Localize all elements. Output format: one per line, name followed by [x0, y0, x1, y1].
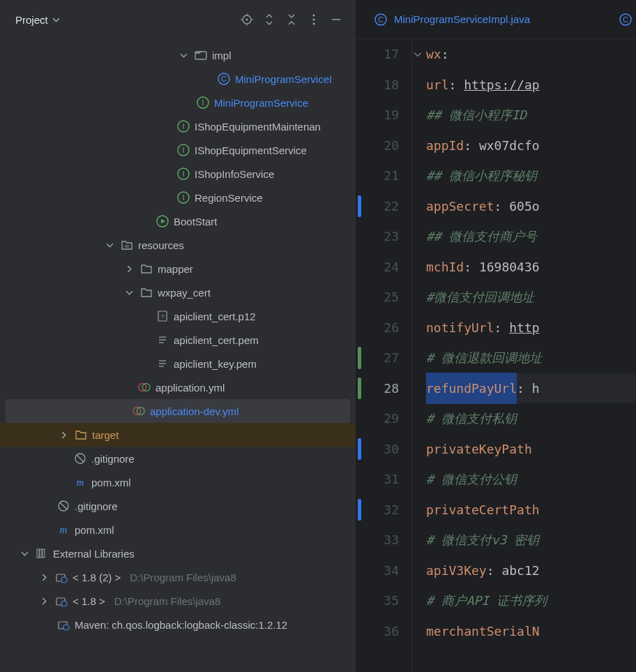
project-dropdown[interactable]: Project [15, 14, 60, 26]
svg-text:I: I [182, 146, 184, 154]
expand-icon[interactable] [262, 13, 276, 27]
tree-item[interactable]: apiclient_cert.pem [0, 328, 356, 352]
code-line[interactable]: appSecret: 605o [426, 191, 636, 222]
tree-item-label: < 1.8 (2) > [73, 572, 121, 583]
chevron-icon[interactable] [177, 52, 190, 59]
fold-icon[interactable] [414, 50, 422, 59]
tree-item[interactable]: IIShopEquipmentMaintenan [0, 114, 356, 138]
tree-item[interactable]: .gitignore [0, 494, 356, 518]
editor-tabbar: C MiniProgramServiceImpl.java C [356, 0, 636, 39]
line-number: 17 [363, 39, 399, 70]
minimize-icon[interactable] [329, 13, 343, 27]
tree-item-label: IShopInfoService [195, 168, 274, 180]
code-line[interactable]: # 微信支付公钥 [426, 464, 636, 495]
tree-item[interactable]: resources [0, 233, 356, 257]
tree-item[interactable]: IIShopEquipmentService [0, 138, 356, 162]
code-line[interactable]: #微信支付回调地址 [426, 282, 636, 313]
svg-rect-43 [37, 549, 39, 558]
svg-point-6 [313, 15, 315, 17]
tree-item[interactable]: wxpay_cert [0, 281, 356, 304]
code-line[interactable]: wx: [426, 39, 636, 70]
tree-item[interactable]: Maven: ch.qos.logback:logback-classic:1.… [0, 613, 356, 636]
tree-item[interactable]: < 1.8 >D:\Program Files\java8 [0, 589, 356, 613]
code-line[interactable]: ## 微信小程序秘钥 [426, 160, 636, 191]
tree-item[interactable]: ?apiclient_cert.p12 [0, 304, 356, 328]
code-line[interactable]: url: https://ap [426, 70, 636, 100]
chevron-icon[interactable] [123, 289, 135, 297]
tree-item-label: mapper [158, 263, 193, 275]
chevron-down-icon [52, 16, 60, 24]
tree-item[interactable]: application-dev.yml [6, 399, 350, 423]
tree-item[interactable]: target [0, 423, 356, 447]
target-icon[interactable] [240, 13, 254, 27]
more-icon[interactable] [307, 13, 321, 27]
editor-pane: C MiniProgramServiceImpl.java C 17181920… [356, 0, 636, 672]
tree-item[interactable]: mapper [0, 257, 356, 281]
code-line[interactable]: privateKeyPath [426, 434, 636, 465]
project-tree[interactable]: implCMiniProgramServiceIIMiniProgramServ… [0, 39, 356, 672]
code-area[interactable]: 1718192021222324252627282930313233343536… [356, 39, 636, 672]
maven-m-icon: m [57, 523, 70, 536]
line-number: 27 [363, 343, 399, 373]
tree-item-label: MiniProgramService [214, 97, 308, 109]
tree-item[interactable]: mpom.xml [0, 470, 356, 494]
chevron-icon[interactable] [38, 597, 50, 605]
code-line[interactable]: # 微信退款回调地址 [426, 343, 636, 373]
code-content[interactable]: wx: url: https://ap ## 微信小程序ID appId: wx… [426, 39, 636, 672]
chevron-icon[interactable] [38, 574, 50, 581]
tree-item[interactable]: CMiniProgramServiceI [0, 67, 356, 91]
file-text-icon [156, 334, 169, 346]
code-line[interactable]: # 微信支付私钥 [426, 403, 636, 434]
code-line[interactable]: # 商户API 证书序列 [426, 585, 636, 616]
tree-item[interactable]: impl [0, 43, 356, 67]
line-number: 22 [363, 191, 399, 222]
line-number: 30 [363, 434, 399, 465]
code-line[interactable]: refundPayUrl: h [426, 373, 636, 404]
tree-item[interactable]: .gitignore [0, 447, 356, 470]
gitignore-icon [57, 500, 70, 512]
tree-item[interactable]: apiclient_key.pem [0, 352, 356, 375]
line-number: 33 [363, 525, 399, 555]
tree-item-label: < 1.8 > [73, 595, 105, 607]
tree-item[interactable]: BootStart [0, 209, 356, 233]
code-line[interactable]: privateCertPath [426, 495, 636, 525]
code-line[interactable]: merchantSerialN [426, 616, 636, 647]
svg-rect-44 [40, 549, 42, 558]
line-number: 28 [363, 373, 399, 404]
code-line[interactable]: notifyUrl: http [426, 313, 636, 343]
chevron-icon[interactable] [103, 241, 116, 249]
tree-item[interactable]: IRegionService [0, 186, 356, 209]
code-line[interactable]: ## 微信支付商户号 [426, 221, 636, 252]
line-number: 31 [363, 464, 399, 495]
tree-item[interactable]: mpom.xml [0, 518, 356, 542]
code-line[interactable]: # 微信支付v3 密钥 [426, 525, 636, 555]
lib-jar-icon [55, 571, 68, 583]
tree-item[interactable]: < 1.8 (2) >D:\Program Files\java8 [0, 565, 356, 589]
chevron-icon[interactable] [18, 550, 31, 558]
tab-label[interactable]: MiniProgramServiceImpl.java [394, 13, 530, 25]
change-marker [358, 438, 361, 461]
tree-item-label: apiclient_key.pem [174, 358, 257, 370]
code-line[interactable]: appId: wx07dcfo [426, 130, 636, 161]
tree-item[interactable]: External Libraries [0, 542, 356, 565]
tree-item-label: target [92, 429, 119, 441]
tree-item-label: impl [212, 50, 232, 61]
chevron-icon[interactable] [123, 265, 135, 273]
svg-point-1 [246, 19, 248, 21]
folder-icon [195, 49, 207, 61]
chevron-icon[interactable] [57, 431, 70, 439]
svg-text:C: C [221, 75, 227, 83]
tree-item-label: Maven: ch.qos.logback:logback-classic:1.… [75, 619, 287, 631]
code-line[interactable]: mchId: 16980436 [426, 252, 636, 283]
file-cert-icon: ? [156, 310, 169, 322]
lib-icon [36, 547, 48, 560]
change-marker [358, 499, 361, 521]
tree-item[interactable]: application.yml [0, 375, 356, 399]
collapse-icon[interactable] [285, 13, 298, 27]
code-line[interactable]: ## 微信小程序ID [426, 100, 636, 130]
tree-item[interactable]: IIShopInfoService [0, 162, 356, 186]
tree-item[interactable]: IMiniProgramService [0, 91, 356, 114]
svg-point-7 [313, 19, 315, 21]
line-number: 19 [363, 100, 399, 130]
code-line[interactable]: apiV3Key: abc12 [426, 555, 636, 586]
